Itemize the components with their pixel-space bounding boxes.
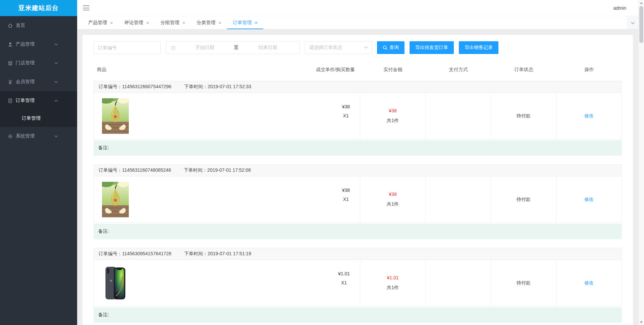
tab-3[interactable]: 分类管理× <box>191 16 227 29</box>
modify-link[interactable]: 修改 <box>584 113 594 119</box>
chevron-up-icon <box>54 100 58 102</box>
tab-close-icon[interactable]: × <box>182 20 185 25</box>
tab-more-button[interactable] <box>627 16 638 29</box>
unit-price: ¥1.01 <box>338 269 350 278</box>
order-number: 订单编号：1145631160748085248 <box>99 167 171 173</box>
order-status-placeholder: 请选择订单状态 <box>309 45 342 51</box>
sidebar-subitem-0[interactable]: 订单管理 <box>0 110 77 127</box>
chevron-down-icon <box>631 20 635 26</box>
sidebar-item-1[interactable]: 产品管理 <box>0 35 77 54</box>
clock-icon <box>171 45 176 50</box>
search-button[interactable]: 查询 <box>377 41 405 54</box>
search-icon <box>383 45 387 50</box>
header-actions: 操作 <box>556 67 622 73</box>
scrollbar-thumb[interactable] <box>639 6 643 43</box>
sidebar-item-4[interactable]: 订单管理 <box>0 91 77 110</box>
order-block: 订单编号：1145631266075447296下单时间：2019-07-01 … <box>94 81 622 156</box>
tab-0[interactable]: 产品管理× <box>83 16 119 29</box>
paid-amount-cell: ¥38共1件 <box>360 93 425 139</box>
header-order-status: 订单状态 <box>491 67 556 73</box>
chevron-down-icon <box>54 135 58 138</box>
product-cell: ¥1.01X1 <box>94 260 360 306</box>
paid-amount: ¥1.01 <box>387 275 398 280</box>
tab-label: 分类管理 <box>197 20 215 26</box>
sidebar-item-label: 首页 <box>16 22 25 29</box>
hamburger-menu-icon[interactable] <box>83 5 90 10</box>
sidebar-group: 系统管理 <box>0 127 77 146</box>
tab-close-icon[interactable]: × <box>218 20 221 25</box>
tab-list: 产品管理×评论管理×分组管理×分类管理×订单管理× <box>83 16 263 29</box>
user-menu[interactable]: admin <box>613 5 626 11</box>
order-block: 订单编号：1145630954157641728下单时间：2019-07-01 … <box>94 248 622 323</box>
sidebar-group: 产品管理 <box>0 35 77 54</box>
export-pending-orders-button[interactable]: 导出待发货订单 <box>410 41 454 54</box>
sidebar-item-label: 订单管理 <box>16 98 35 104</box>
item-count: 共1件 <box>387 201 399 207</box>
sidebar-item-label: 产品管理 <box>16 41 35 47</box>
date-separator: 至 <box>232 45 241 51</box>
order-status-cell: 待付款 <box>491 260 556 306</box>
export-sales-label: 导出销售记录 <box>465 45 493 51</box>
tab-4[interactable]: 订单管理× <box>227 16 263 29</box>
order-status-select[interactable]: 请选择订单状态 <box>305 41 372 54</box>
chevron-down-icon <box>364 46 368 49</box>
payment-method-cell <box>425 260 491 306</box>
scrollbar-down-arrow[interactable] <box>639 319 644 325</box>
chevron-down-icon <box>54 43 58 46</box>
tab-1[interactable]: 评论管理× <box>119 16 155 29</box>
order-header-strip: 订单编号：1145631266075447296下单时间：2019-07-01 … <box>94 81 622 93</box>
paid-amount-cell: ¥1.01共1件 <box>360 260 425 306</box>
modify-link[interactable]: 修改 <box>584 197 594 203</box>
gear-icon <box>7 133 13 139</box>
paid-amount: ¥38 <box>389 192 396 197</box>
sidebar-item-3[interactable]: 会员管理 <box>0 72 77 91</box>
unit-price: ¥38 <box>342 186 350 195</box>
date-end-field[interactable]: 结束日期 <box>241 45 295 51</box>
orders-list: 订单编号：1145631266075447296下单时间：2019-07-01 … <box>94 81 622 323</box>
order-header-strip: 订单编号：1145630954157641728下单时间：2019-07-01 … <box>94 248 622 260</box>
chevron-down-icon <box>54 62 58 64</box>
export-sales-records-button[interactable]: 导出销售记录 <box>459 41 498 54</box>
header-unit-price-qty: 成交单价/购买数量 <box>316 67 355 73</box>
date-range-picker[interactable]: 开始日期 至 结束日期 <box>166 41 300 54</box>
tab-close-icon[interactable]: × <box>146 20 149 25</box>
main-content: 开始日期 至 结束日期 请选择订单状态 查询 导出待 <box>77 30 638 325</box>
order-header-strip: 订单编号：1145631160748085248下单时间：2019-07-01 … <box>94 164 622 176</box>
quantity: X1 <box>342 195 350 204</box>
order-status: 待付款 <box>517 280 531 286</box>
tab-close-icon[interactable]: × <box>110 20 113 25</box>
table-header: 商品 成交单价/购买数量 实付金额 支付方式 订单状态 操作 <box>94 63 622 76</box>
remark-row: 备注: <box>94 224 622 239</box>
remark-row: 备注: <box>94 307 622 323</box>
order-number: 订单编号：1145631266075447296 <box>99 84 171 90</box>
action-cell: 修改 <box>556 93 622 139</box>
tab-close-icon[interactable]: × <box>255 20 258 25</box>
vertical-scrollbar[interactable] <box>638 0 644 325</box>
order-number: 订单编号：1145630954157641728 <box>99 251 171 257</box>
app-logo[interactable]: 亚米建站后台 <box>0 0 77 16</box>
quantity: X1 <box>342 111 350 120</box>
price-quantity: ¥38X1 <box>342 182 350 217</box>
remark-row: 备注: <box>94 140 622 156</box>
sidebar-item-0[interactable]: 首页 <box>0 16 77 35</box>
sidebar-nav: 首页产品管理门店管理会员管理订单管理订单管理系统管理 <box>0 16 77 146</box>
sidebar: 亚米建站后台 首页产品管理门店管理会员管理订单管理订单管理系统管理 <box>0 0 77 325</box>
sidebar-item-2[interactable]: 门店管理 <box>0 54 77 72</box>
tab-2[interactable]: 分组管理× <box>155 16 191 29</box>
sidebar-item-5[interactable]: 系统管理 <box>0 127 77 146</box>
search-button-label: 查询 <box>389 45 399 51</box>
export-pending-label: 导出待发货订单 <box>415 45 448 51</box>
tab-label: 评论管理 <box>124 20 143 26</box>
order-row: ¥1.01X1¥1.01共1件待付款修改 <box>94 260 622 306</box>
date-start-field[interactable]: 开始日期 <box>178 45 232 51</box>
sidebar-group: 门店管理 <box>0 54 77 72</box>
pear-product-photo <box>102 182 129 217</box>
payment-method-cell <box>425 93 491 139</box>
tab-label: 产品管理 <box>88 20 107 26</box>
modify-link[interactable]: 修改 <box>584 280 594 286</box>
tab-label: 分组管理 <box>161 20 179 26</box>
scrollbar-up-arrow[interactable] <box>639 0 644 6</box>
order-number-input[interactable] <box>94 41 161 54</box>
price-quantity: ¥38X1 <box>342 98 350 133</box>
store-icon <box>7 60 13 66</box>
